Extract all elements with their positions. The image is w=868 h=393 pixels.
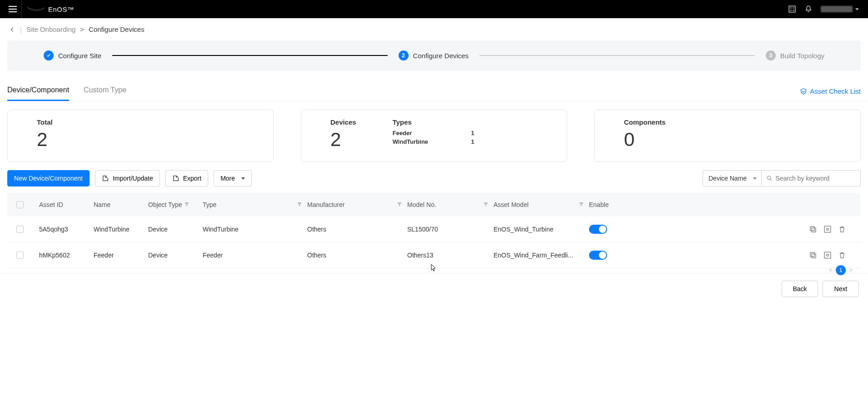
step-number: 2 <box>399 50 409 60</box>
more-button[interactable]: More <box>214 170 252 186</box>
page-number[interactable]: 1 <box>836 265 846 275</box>
row-checkbox[interactable] <box>16 226 24 233</box>
table-row: 5A5qohg3 WindTurbine Device WindTurbine … <box>7 217 861 242</box>
check-circle-icon <box>44 50 54 60</box>
tab-custom-type[interactable]: Custom Type <box>84 81 126 101</box>
cell-asset-model: EnOS_Wind_Farm_Feedli... <box>494 252 589 259</box>
search-field-select[interactable]: Device Name <box>703 170 762 186</box>
step-build-topology[interactable]: 3 Build Topology <box>766 50 824 60</box>
user-menu[interactable] <box>821 6 859 12</box>
button-label: New Device/Component <box>14 175 83 182</box>
col-enable[interactable]: Enable <box>589 201 644 208</box>
col-object-type[interactable]: Object Type <box>148 201 203 208</box>
svg-rect-6 <box>810 227 814 231</box>
view-icon[interactable] <box>823 225 832 233</box>
page-prev-icon[interactable]: < <box>829 267 832 273</box>
step-number: 3 <box>766 50 776 60</box>
stat-components-card: Components 0 <box>594 110 861 162</box>
chevron-down-icon <box>855 8 859 10</box>
button-label: More <box>220 175 235 182</box>
topbar-right <box>788 5 864 13</box>
filter-icon[interactable] <box>185 202 189 207</box>
import-icon <box>102 175 109 182</box>
svg-point-5 <box>767 176 770 179</box>
col-asset-model[interactable]: Asset Model <box>494 201 589 208</box>
breadcrumb-current: Configure Devices <box>89 25 145 33</box>
copy-icon[interactable] <box>809 251 817 259</box>
cell-object-type: Device <box>148 226 203 233</box>
delete-icon[interactable] <box>838 251 846 259</box>
search-input[interactable] <box>775 175 856 182</box>
enable-toggle[interactable] <box>589 225 607 234</box>
stat-label: Devices <box>330 118 356 126</box>
copy-icon[interactable] <box>809 225 817 233</box>
new-device-button[interactable]: New Device/Component <box>7 170 90 186</box>
cell-model-no: Others13 <box>407 252 494 259</box>
type-count: 1 <box>471 130 474 136</box>
row-checkbox[interactable] <box>16 252 24 259</box>
step-label: Configure Site <box>58 52 101 60</box>
toolbar: New Device/Component Import/Update Expor… <box>0 170 868 193</box>
cell-asset-id: 5A5qohg3 <box>39 226 94 233</box>
delete-icon[interactable] <box>838 225 846 233</box>
asset-check-label: Asset Check List <box>810 87 861 95</box>
stat-devices-card: Devices 2 Types Feeder 1 WindTurbine 1 <box>301 110 567 162</box>
menu-button[interactable] <box>4 0 22 18</box>
svg-rect-3 <box>790 10 791 11</box>
topbar: EnOS™ <box>0 0 868 18</box>
col-name[interactable]: Name <box>94 201 148 208</box>
import-button[interactable]: Import/Update <box>95 170 160 186</box>
breadcrumb-divider: | <box>20 25 22 33</box>
svg-point-9 <box>827 228 829 231</box>
cell-manufacturer: Others <box>307 252 407 259</box>
filter-icon[interactable] <box>397 202 402 207</box>
back-icon[interactable] <box>9 26 15 33</box>
filter-icon[interactable] <box>297 202 302 207</box>
type-name: WindTurbine <box>393 138 428 145</box>
col-asset-id[interactable]: Asset ID <box>39 201 94 208</box>
breadcrumb: | Site Onboarding > Configure Devices <box>0 18 868 40</box>
app-grid-icon[interactable] <box>788 5 796 13</box>
tabs-row: Device/Component Custom Type Asset Check… <box>0 81 868 101</box>
button-label: Next <box>834 285 848 292</box>
brand-logo[interactable]: EnOS™ <box>27 5 75 13</box>
tab-device-component[interactable]: Device/Component <box>7 81 69 101</box>
step-label: Build Topology <box>780 52 824 60</box>
pagination: < 1 > <box>829 265 853 275</box>
button-label: Export <box>183 175 201 182</box>
svg-rect-0 <box>789 6 795 12</box>
stat-total-card: Total 2 <box>7 110 274 162</box>
cell-object-type: Device <box>148 252 203 259</box>
view-icon[interactable] <box>823 251 832 259</box>
svg-rect-7 <box>812 228 816 232</box>
step-connector <box>112 55 388 56</box>
search-box[interactable] <box>762 170 861 186</box>
page-next-icon[interactable]: > <box>849 267 853 273</box>
logo-swoosh-icon <box>27 6 45 12</box>
asset-check-list-link[interactable]: Asset Check List <box>800 87 861 95</box>
enable-toggle[interactable] <box>589 251 607 260</box>
breadcrumb-parent[interactable]: Site Onboarding <box>26 25 75 33</box>
device-table: Asset ID Name Object Type Type Manufactu… <box>7 193 861 268</box>
col-manufacturer[interactable]: Manufacturer <box>307 201 407 208</box>
select-all-checkbox[interactable] <box>16 201 24 208</box>
type-row: WindTurbine 1 <box>393 137 474 146</box>
cell-asset-id: hMKp5602 <box>39 252 94 259</box>
cell-name: Feeder <box>94 252 148 259</box>
filter-icon[interactable] <box>484 202 488 207</box>
toolbar-left: New Device/Component Import/Update Expor… <box>7 170 252 186</box>
back-button[interactable]: Back <box>782 281 818 297</box>
next-button[interactable]: Next <box>823 281 859 297</box>
filter-icon[interactable] <box>579 202 584 207</box>
table-row: hMKp5602 Feeder Device Feeder Others Oth… <box>7 242 861 268</box>
step-configure-devices[interactable]: 2 Configure Devices <box>399 50 469 60</box>
export-button[interactable]: Export <box>165 170 208 186</box>
col-type[interactable]: Type <box>203 201 307 208</box>
step-configure-site[interactable]: Configure Site <box>44 50 101 60</box>
cell-type: WindTurbine <box>203 226 307 233</box>
col-model-no[interactable]: Model No. <box>407 201 494 208</box>
types-block: Types Feeder 1 WindTurbine 1 <box>393 118 474 146</box>
steps-bar: Configure Site 2 Configure Devices 3 Bui… <box>7 40 861 71</box>
footer-bar: < 1 > Back Next <box>0 273 868 304</box>
bell-icon[interactable] <box>804 5 813 13</box>
